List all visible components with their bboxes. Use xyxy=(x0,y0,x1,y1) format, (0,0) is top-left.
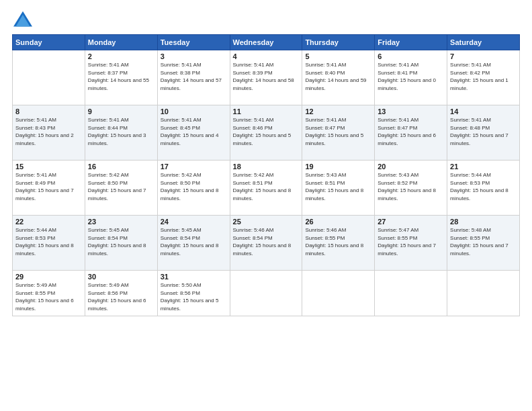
day-number: 29 xyxy=(15,273,82,281)
cell-info: Sunrise: 5:44 AMSunset: 8:53 PMDaylight:… xyxy=(15,227,74,257)
day-number: 4 xyxy=(233,52,300,60)
cell-info: Sunrise: 5:41 AMSunset: 8:42 PMDaylight:… xyxy=(450,62,508,91)
weekday-header: Monday xyxy=(85,35,157,50)
calendar-cell: 31Sunrise: 5:50 AMSunset: 8:56 PMDayligh… xyxy=(157,271,230,316)
day-number: 7 xyxy=(450,52,517,60)
day-number: 24 xyxy=(161,218,227,226)
cell-info: Sunrise: 5:42 AMSunset: 8:51 PMDaylight:… xyxy=(233,172,292,201)
day-number: 31 xyxy=(161,273,227,281)
cell-info: Sunrise: 5:41 AMSunset: 8:41 PMDaylight:… xyxy=(378,62,436,91)
day-number: 23 xyxy=(88,218,154,226)
calendar-header-row: SundayMondayTuesdayWednesdayThursdayFrid… xyxy=(13,35,520,50)
day-number: 3 xyxy=(161,52,227,60)
calendar-cell: 16Sunrise: 5:42 AMSunset: 8:50 PMDayligh… xyxy=(85,161,157,216)
cell-info: Sunrise: 5:41 AMSunset: 8:44 PMDaylight:… xyxy=(88,117,146,146)
cell-info: Sunrise: 5:41 AMSunset: 8:47 PMDaylight:… xyxy=(378,117,436,146)
cell-info: Sunrise: 5:44 AMSunset: 8:53 PMDaylight:… xyxy=(450,172,508,201)
day-number: 19 xyxy=(305,163,371,171)
cell-info: Sunrise: 5:41 AMSunset: 8:37 PMDaylight:… xyxy=(88,62,149,91)
page: SundayMondayTuesdayWednesdayThursdayFrid… xyxy=(0,0,532,411)
cell-info: Sunrise: 5:43 AMSunset: 8:52 PMDaylight:… xyxy=(378,172,436,201)
calendar-cell: 15Sunrise: 5:41 AMSunset: 8:49 PMDayligh… xyxy=(13,161,85,216)
day-number: 5 xyxy=(305,52,371,60)
day-number: 18 xyxy=(233,163,300,171)
calendar-cell xyxy=(230,271,302,316)
day-number: 21 xyxy=(450,163,517,171)
cell-info: Sunrise: 5:41 AMSunset: 8:40 PMDaylight:… xyxy=(305,62,366,91)
day-number: 9 xyxy=(88,107,154,116)
calendar-cell: 9Sunrise: 5:41 AMSunset: 8:44 PMDaylight… xyxy=(85,105,157,161)
cell-info: Sunrise: 5:41 AMSunset: 8:49 PMDaylight:… xyxy=(15,172,74,201)
weekday-header: Friday xyxy=(375,35,447,50)
calendar-cell: 23Sunrise: 5:45 AMSunset: 8:54 PMDayligh… xyxy=(85,216,157,271)
cell-info: Sunrise: 5:46 AMSunset: 8:54 PMDaylight:… xyxy=(233,227,292,257)
calendar-week-row: 22Sunrise: 5:44 AMSunset: 8:53 PMDayligh… xyxy=(13,216,520,271)
calendar-cell: 6Sunrise: 5:41 AMSunset: 8:41 PMDaylight… xyxy=(375,50,447,105)
day-number: 10 xyxy=(161,107,227,116)
day-number: 11 xyxy=(233,107,300,116)
calendar-week-row: 2Sunrise: 5:41 AMSunset: 8:37 PMDaylight… xyxy=(13,50,520,105)
calendar-week-row: 8Sunrise: 5:41 AMSunset: 8:43 PMDaylight… xyxy=(13,105,520,161)
cell-info: Sunrise: 5:46 AMSunset: 8:55 PMDaylight:… xyxy=(305,227,363,257)
weekday-header: Wednesday xyxy=(230,35,302,50)
calendar-week-row: 29Sunrise: 5:49 AMSunset: 8:55 PMDayligh… xyxy=(13,271,520,316)
cell-info: Sunrise: 5:50 AMSunset: 8:56 PMDaylight:… xyxy=(161,282,219,312)
cell-info: Sunrise: 5:41 AMSunset: 8:45 PMDaylight:… xyxy=(161,117,219,146)
cell-info: Sunrise: 5:41 AMSunset: 8:43 PMDaylight:… xyxy=(15,117,74,146)
calendar-cell: 5Sunrise: 5:41 AMSunset: 8:40 PMDaylight… xyxy=(302,50,375,105)
calendar-cell: 10Sunrise: 5:41 AMSunset: 8:45 PMDayligh… xyxy=(157,105,230,161)
cell-info: Sunrise: 5:49 AMSunset: 8:56 PMDaylight:… xyxy=(88,282,146,312)
cell-info: Sunrise: 5:45 AMSunset: 8:54 PMDaylight:… xyxy=(88,227,146,257)
calendar-cell: 19Sunrise: 5:43 AMSunset: 8:51 PMDayligh… xyxy=(302,161,375,216)
day-number: 17 xyxy=(161,163,227,171)
calendar-cell: 26Sunrise: 5:46 AMSunset: 8:55 PMDayligh… xyxy=(302,216,375,271)
calendar-cell xyxy=(375,271,447,316)
day-number: 20 xyxy=(378,163,444,171)
calendar-cell: 30Sunrise: 5:49 AMSunset: 8:56 PMDayligh… xyxy=(85,271,157,316)
calendar-cell: 28Sunrise: 5:48 AMSunset: 8:55 PMDayligh… xyxy=(447,216,520,271)
calendar-table: SundayMondayTuesdayWednesdayThursdayFrid… xyxy=(12,34,520,316)
day-number: 28 xyxy=(450,218,517,226)
cell-info: Sunrise: 5:42 AMSunset: 8:50 PMDaylight:… xyxy=(88,172,146,201)
day-number: 12 xyxy=(305,107,371,116)
cell-info: Sunrise: 5:45 AMSunset: 8:54 PMDaylight:… xyxy=(161,227,219,257)
day-number: 13 xyxy=(378,107,444,116)
calendar-cell: 14Sunrise: 5:41 AMSunset: 8:48 PMDayligh… xyxy=(447,105,520,161)
calendar-cell: 25Sunrise: 5:46 AMSunset: 8:54 PMDayligh… xyxy=(230,216,302,271)
day-number: 14 xyxy=(450,107,517,116)
weekday-header: Tuesday xyxy=(157,35,230,50)
day-number: 25 xyxy=(233,218,300,226)
cell-info: Sunrise: 5:41 AMSunset: 8:38 PMDaylight:… xyxy=(161,62,222,91)
calendar-cell: 17Sunrise: 5:42 AMSunset: 8:50 PMDayligh… xyxy=(157,161,230,216)
calendar-cell xyxy=(13,50,85,105)
cell-info: Sunrise: 5:48 AMSunset: 8:55 PMDaylight:… xyxy=(450,227,508,257)
cell-info: Sunrise: 5:41 AMSunset: 8:39 PMDaylight:… xyxy=(233,62,294,91)
cell-info: Sunrise: 5:43 AMSunset: 8:51 PMDaylight:… xyxy=(305,172,363,201)
day-number: 16 xyxy=(88,163,154,171)
cell-info: Sunrise: 5:41 AMSunset: 8:48 PMDaylight:… xyxy=(450,117,508,146)
header xyxy=(12,10,520,29)
calendar-cell: 8Sunrise: 5:41 AMSunset: 8:43 PMDaylight… xyxy=(13,105,85,161)
calendar-cell: 20Sunrise: 5:43 AMSunset: 8:52 PMDayligh… xyxy=(375,161,447,216)
day-number: 6 xyxy=(378,52,444,60)
calendar-cell: 29Sunrise: 5:49 AMSunset: 8:55 PMDayligh… xyxy=(13,271,85,316)
calendar-cell: 7Sunrise: 5:41 AMSunset: 8:42 PMDaylight… xyxy=(447,50,520,105)
calendar-cell: 4Sunrise: 5:41 AMSunset: 8:39 PMDaylight… xyxy=(230,50,302,105)
calendar-cell: 24Sunrise: 5:45 AMSunset: 8:54 PMDayligh… xyxy=(157,216,230,271)
calendar-week-row: 15Sunrise: 5:41 AMSunset: 8:49 PMDayligh… xyxy=(13,161,520,216)
day-number: 8 xyxy=(15,107,82,116)
calendar-cell: 3Sunrise: 5:41 AMSunset: 8:38 PMDaylight… xyxy=(157,50,230,105)
calendar-cell: 27Sunrise: 5:47 AMSunset: 8:55 PMDayligh… xyxy=(375,216,447,271)
calendar-cell: 13Sunrise: 5:41 AMSunset: 8:47 PMDayligh… xyxy=(375,105,447,161)
calendar-cell xyxy=(302,271,375,316)
calendar-cell: 18Sunrise: 5:42 AMSunset: 8:51 PMDayligh… xyxy=(230,161,302,216)
cell-info: Sunrise: 5:49 AMSunset: 8:55 PMDaylight:… xyxy=(15,282,74,312)
cell-info: Sunrise: 5:41 AMSunset: 8:47 PMDaylight:… xyxy=(305,117,363,146)
day-number: 2 xyxy=(88,52,154,60)
weekday-header: Thursday xyxy=(302,35,375,50)
cell-info: Sunrise: 5:42 AMSunset: 8:50 PMDaylight:… xyxy=(161,172,219,201)
calendar-cell: 12Sunrise: 5:41 AMSunset: 8:47 PMDayligh… xyxy=(302,105,375,161)
day-number: 30 xyxy=(88,273,154,281)
calendar-cell: 11Sunrise: 5:41 AMSunset: 8:46 PMDayligh… xyxy=(230,105,302,161)
weekday-header: Saturday xyxy=(447,35,520,50)
